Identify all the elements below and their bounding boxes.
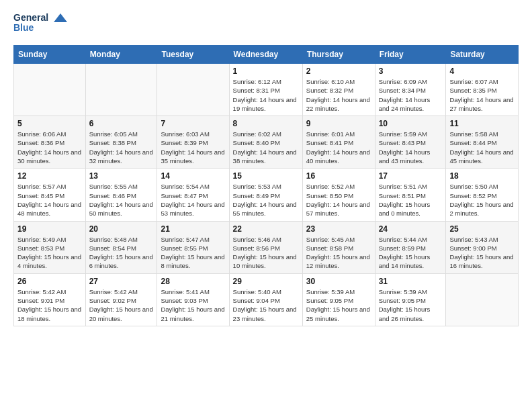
calendar-cell: 4Sunrise: 6:07 AM Sunset: 8:35 PM Daylig… <box>446 64 519 116</box>
svg-text:General: General <box>13 12 48 23</box>
calendar-cell: 13Sunrise: 5:55 AM Sunset: 8:46 PM Dayli… <box>85 169 157 221</box>
day-number: 28 <box>161 277 225 286</box>
calendar-cell: 7Sunrise: 6:03 AM Sunset: 8:39 PM Daylig… <box>157 116 229 169</box>
day-number: 12 <box>17 171 82 181</box>
day-header-saturday: Saturday <box>446 46 519 64</box>
calendar-cell: 1Sunrise: 6:12 AM Sunset: 8:31 PM Daylig… <box>229 64 302 116</box>
day-info: Sunrise: 6:05 AM Sunset: 8:38 PM Dayligh… <box>89 130 154 165</box>
day-header-sunday: Sunday <box>14 46 86 64</box>
calendar-cell: 20Sunrise: 5:48 AM Sunset: 8:54 PM Dayli… <box>85 221 157 273</box>
page-container: General Blue SundayMondayTuesdayWednesda… <box>0 0 532 336</box>
day-info: Sunrise: 5:58 AM Sunset: 8:44 PM Dayligh… <box>449 130 515 165</box>
calendar-cell <box>14 64 86 116</box>
day-number: 16 <box>306 171 371 181</box>
day-info: Sunrise: 5:43 AM Sunset: 9:00 PM Dayligh… <box>449 235 515 271</box>
calendar-week-row: 1Sunrise: 6:12 AM Sunset: 8:31 PM Daylig… <box>14 64 519 116</box>
day-header-wednesday: Wednesday <box>229 46 302 64</box>
day-number: 18 <box>449 171 515 181</box>
calendar-cell: 23Sunrise: 5:45 AM Sunset: 8:58 PM Dayli… <box>302 221 375 273</box>
calendar-cell: 8Sunrise: 6:02 AM Sunset: 8:40 PM Daylig… <box>229 116 302 169</box>
day-header-monday: Monday <box>85 46 157 64</box>
day-number: 1 <box>233 66 299 76</box>
day-info: Sunrise: 6:09 AM Sunset: 8:34 PM Dayligh… <box>379 77 443 113</box>
day-header-friday: Friday <box>375 46 446 64</box>
day-info: Sunrise: 5:48 AM Sunset: 8:54 PM Dayligh… <box>89 235 154 271</box>
calendar-cell: 24Sunrise: 5:44 AM Sunset: 8:59 PM Dayli… <box>375 221 446 273</box>
day-info: Sunrise: 5:42 AM Sunset: 9:02 PM Dayligh… <box>89 287 154 323</box>
calendar-cell: 3Sunrise: 6:09 AM Sunset: 8:34 PM Daylig… <box>375 64 446 116</box>
day-info: Sunrise: 5:44 AM Sunset: 8:59 PM Dayligh… <box>379 235 443 271</box>
calendar-cell: 28Sunrise: 5:41 AM Sunset: 9:03 PM Dayli… <box>157 273 229 326</box>
day-info: Sunrise: 6:10 AM Sunset: 8:32 PM Dayligh… <box>306 77 371 113</box>
day-number: 17 <box>379 171 443 181</box>
calendar-cell: 16Sunrise: 5:52 AM Sunset: 8:50 PM Dayli… <box>302 169 375 221</box>
calendar-cell: 22Sunrise: 5:46 AM Sunset: 8:56 PM Dayli… <box>229 221 302 273</box>
calendar-cell <box>157 64 229 116</box>
calendar-week-row: 5Sunrise: 6:06 AM Sunset: 8:36 PM Daylig… <box>14 116 519 169</box>
calendar-cell: 2Sunrise: 6:10 AM Sunset: 8:32 PM Daylig… <box>302 64 375 116</box>
day-info: Sunrise: 6:06 AM Sunset: 8:36 PM Dayligh… <box>17 130 82 165</box>
calendar-cell <box>85 64 157 116</box>
day-info: Sunrise: 5:57 AM Sunset: 8:45 PM Dayligh… <box>17 182 82 218</box>
calendar-cell: 5Sunrise: 6:06 AM Sunset: 8:36 PM Daylig… <box>14 116 86 169</box>
day-number: 14 <box>161 171 225 181</box>
day-number: 15 <box>233 171 299 181</box>
day-number: 30 <box>306 277 371 286</box>
day-info: Sunrise: 6:07 AM Sunset: 8:35 PM Dayligh… <box>449 77 515 113</box>
calendar-cell: 10Sunrise: 5:59 AM Sunset: 8:43 PM Dayli… <box>375 116 446 169</box>
day-info: Sunrise: 5:51 AM Sunset: 8:51 PM Dayligh… <box>379 182 443 218</box>
day-info: Sunrise: 5:47 AM Sunset: 8:55 PM Dayligh… <box>161 235 225 271</box>
calendar-cell: 15Sunrise: 5:53 AM Sunset: 8:49 PM Dayli… <box>229 169 302 221</box>
calendar-cell: 14Sunrise: 5:54 AM Sunset: 8:47 PM Dayli… <box>157 169 229 221</box>
day-header-tuesday: Tuesday <box>157 46 229 64</box>
day-info: Sunrise: 5:54 AM Sunset: 8:47 PM Dayligh… <box>161 182 225 218</box>
day-number: 21 <box>161 224 225 234</box>
logo: General Blue <box>13 10 67 37</box>
day-info: Sunrise: 5:45 AM Sunset: 8:58 PM Dayligh… <box>306 235 371 271</box>
calendar-cell: 27Sunrise: 5:42 AM Sunset: 9:02 PM Dayli… <box>85 273 157 326</box>
logo-icon: General Blue <box>13 10 67 37</box>
calendar-cell: 30Sunrise: 5:39 AM Sunset: 9:05 PM Dayli… <box>302 273 375 326</box>
day-number: 4 <box>449 66 515 76</box>
day-info: Sunrise: 6:02 AM Sunset: 8:40 PM Dayligh… <box>233 130 299 165</box>
calendar-cell: 17Sunrise: 5:51 AM Sunset: 8:51 PM Dayli… <box>375 169 446 221</box>
calendar-cell: 11Sunrise: 5:58 AM Sunset: 8:44 PM Dayli… <box>446 116 519 169</box>
calendar-cell <box>446 273 519 326</box>
calendar-header-row: SundayMondayTuesdayWednesdayThursdayFrid… <box>14 46 519 64</box>
day-number: 6 <box>89 119 154 128</box>
calendar-cell: 31Sunrise: 5:39 AM Sunset: 9:05 PM Dayli… <box>375 273 446 326</box>
day-info: Sunrise: 5:49 AM Sunset: 8:53 PM Dayligh… <box>17 235 82 271</box>
svg-marker-2 <box>54 13 67 22</box>
day-number: 26 <box>17 277 82 286</box>
day-info: Sunrise: 5:42 AM Sunset: 9:01 PM Dayligh… <box>17 287 82 323</box>
calendar-week-row: 12Sunrise: 5:57 AM Sunset: 8:45 PM Dayli… <box>14 169 519 221</box>
calendar-cell: 19Sunrise: 5:49 AM Sunset: 8:53 PM Dayli… <box>14 221 86 273</box>
calendar-cell: 12Sunrise: 5:57 AM Sunset: 8:45 PM Dayli… <box>14 169 86 221</box>
day-info: Sunrise: 6:12 AM Sunset: 8:31 PM Dayligh… <box>233 77 299 113</box>
header: General Blue <box>13 10 519 37</box>
day-info: Sunrise: 5:46 AM Sunset: 8:56 PM Dayligh… <box>233 235 299 271</box>
day-number: 19 <box>17 224 82 234</box>
day-number: 29 <box>233 277 299 286</box>
calendar-cell: 18Sunrise: 5:50 AM Sunset: 8:52 PM Dayli… <box>446 169 519 221</box>
day-info: Sunrise: 5:53 AM Sunset: 8:49 PM Dayligh… <box>233 182 299 218</box>
day-info: Sunrise: 5:50 AM Sunset: 8:52 PM Dayligh… <box>449 182 515 218</box>
calendar-cell: 29Sunrise: 5:40 AM Sunset: 9:04 PM Dayli… <box>229 273 302 326</box>
day-number: 7 <box>161 119 225 128</box>
day-number: 20 <box>89 224 154 234</box>
day-number: 2 <box>306 66 371 76</box>
day-info: Sunrise: 5:39 AM Sunset: 9:05 PM Dayligh… <box>379 287 443 323</box>
calendar-table: SundayMondayTuesdayWednesdayThursdayFrid… <box>13 45 519 326</box>
calendar-cell: 9Sunrise: 6:01 AM Sunset: 8:41 PM Daylig… <box>302 116 375 169</box>
calendar-week-row: 19Sunrise: 5:49 AM Sunset: 8:53 PM Dayli… <box>14 221 519 273</box>
day-number: 22 <box>233 224 299 234</box>
day-number: 27 <box>89 277 154 286</box>
day-number: 25 <box>449 224 515 234</box>
calendar-week-row: 26Sunrise: 5:42 AM Sunset: 9:01 PM Dayli… <box>14 273 519 326</box>
day-number: 31 <box>379 277 443 286</box>
day-info: Sunrise: 5:40 AM Sunset: 9:04 PM Dayligh… <box>233 287 299 323</box>
day-number: 9 <box>306 119 371 128</box>
day-number: 10 <box>379 119 443 128</box>
calendar-cell: 6Sunrise: 6:05 AM Sunset: 8:38 PM Daylig… <box>85 116 157 169</box>
day-header-thursday: Thursday <box>302 46 375 64</box>
